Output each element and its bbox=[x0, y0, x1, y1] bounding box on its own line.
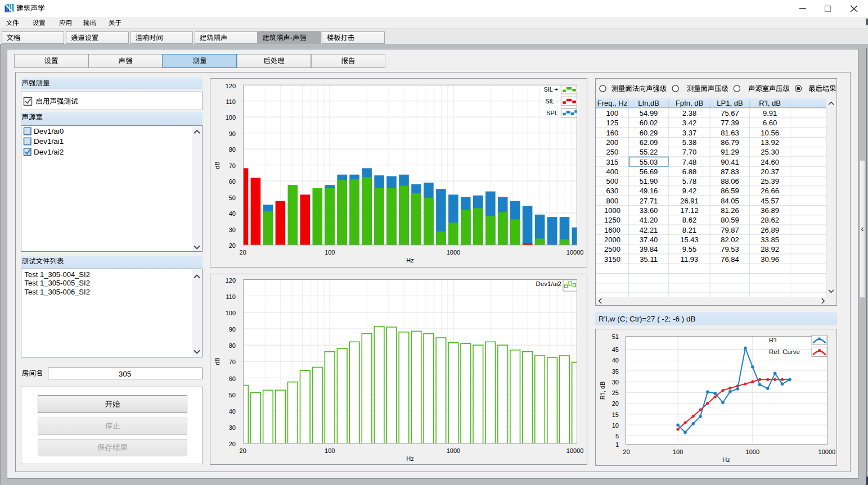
svg-text:20: 20 bbox=[612, 400, 619, 407]
svg-text:50: 50 bbox=[229, 194, 236, 201]
svg-text:SIL -: SIL - bbox=[545, 98, 558, 105]
svg-text:Hz: Hz bbox=[406, 257, 413, 264]
svg-text:110: 110 bbox=[226, 98, 236, 105]
svg-text:30: 30 bbox=[612, 379, 619, 386]
svg-text:Dev1/ai2: Dev1/ai2 bbox=[536, 280, 561, 287]
svg-text:45: 45 bbox=[612, 346, 619, 353]
svg-text:20: 20 bbox=[229, 441, 236, 447]
svg-text:Hz: Hz bbox=[406, 455, 413, 462]
svg-text:35: 35 bbox=[612, 368, 619, 375]
svg-text:30: 30 bbox=[229, 226, 236, 233]
svg-text:SPL: SPL bbox=[546, 110, 558, 116]
svg-text:R'I, dB: R'I, dB bbox=[599, 382, 606, 400]
svg-text:20: 20 bbox=[623, 448, 629, 455]
svg-text:51: 51 bbox=[612, 333, 619, 340]
svg-text:100: 100 bbox=[673, 448, 683, 455]
svg-text:30: 30 bbox=[229, 424, 236, 431]
svg-text:10000: 10000 bbox=[566, 447, 584, 454]
svg-text:1000: 1000 bbox=[447, 249, 460, 256]
svg-text:10000: 10000 bbox=[566, 249, 584, 256]
svg-text:110: 110 bbox=[226, 293, 236, 300]
svg-text:dB: dB bbox=[214, 161, 221, 169]
svg-text:15: 15 bbox=[612, 411, 619, 418]
svg-text:80: 80 bbox=[229, 146, 236, 153]
svg-text:R'I: R'I bbox=[769, 337, 777, 343]
svg-text:70: 70 bbox=[229, 162, 236, 169]
svg-text:1000: 1000 bbox=[447, 447, 460, 454]
svg-text:20: 20 bbox=[229, 242, 236, 249]
svg-text:120: 120 bbox=[226, 83, 236, 89]
svg-text:20: 20 bbox=[240, 447, 246, 454]
svg-text:1000: 1000 bbox=[746, 448, 759, 455]
svg-text:100: 100 bbox=[325, 249, 335, 256]
svg-text:40: 40 bbox=[229, 408, 236, 415]
svg-text:50: 50 bbox=[229, 392, 236, 398]
svg-text:40: 40 bbox=[229, 210, 236, 217]
svg-text:90: 90 bbox=[229, 130, 236, 137]
svg-text:100: 100 bbox=[226, 310, 236, 316]
svg-text:dB: dB bbox=[214, 357, 221, 365]
svg-text:5: 5 bbox=[615, 433, 619, 439]
svg-text:40: 40 bbox=[612, 357, 619, 364]
svg-text:10000: 10000 bbox=[818, 448, 836, 455]
svg-text:90: 90 bbox=[229, 326, 236, 333]
svg-text:Ref. Curve: Ref. Curve bbox=[769, 348, 800, 355]
svg-text:1: 1 bbox=[615, 441, 619, 448]
svg-text:60: 60 bbox=[229, 178, 236, 185]
svg-text:100: 100 bbox=[226, 114, 236, 121]
svg-text:10: 10 bbox=[612, 422, 619, 429]
svg-text:60: 60 bbox=[229, 375, 236, 382]
svg-text:70: 70 bbox=[229, 359, 236, 365]
svg-text:120: 120 bbox=[226, 277, 236, 284]
svg-text:20: 20 bbox=[240, 249, 246, 256]
svg-text:25: 25 bbox=[612, 389, 619, 396]
svg-text:80: 80 bbox=[229, 342, 236, 349]
svg-text:Hz: Hz bbox=[722, 456, 730, 463]
svg-text:100: 100 bbox=[325, 447, 335, 454]
svg-text:SIL +: SIL + bbox=[543, 86, 558, 93]
